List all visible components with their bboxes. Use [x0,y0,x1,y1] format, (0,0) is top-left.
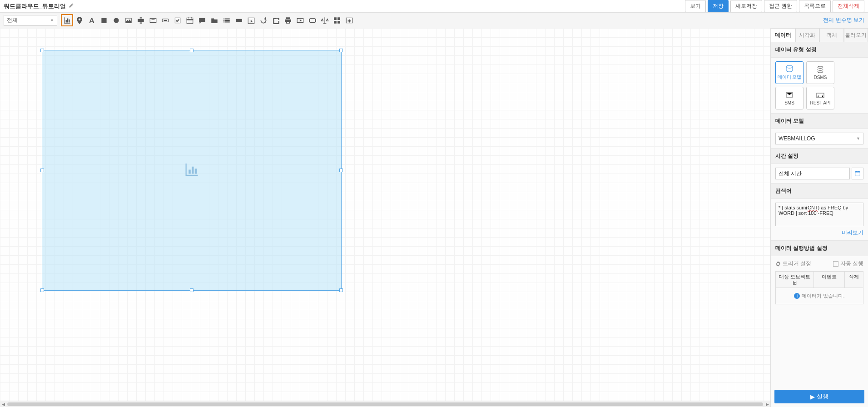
scroll-left-icon[interactable]: ◀ [0,402,6,407]
save-button[interactable]: 저장 [708,0,729,12]
tile-sms[interactable]: SMS [775,87,804,109]
tile-data-model[interactable]: 데이터 모델 [775,61,804,84]
refresh-icon[interactable] [257,14,269,26]
query-input[interactable]: * | stats sum(CNT) as FREQ by WORD | sor… [775,203,863,226]
section-data-type: 데이터 유형 설정 [771,42,868,58]
section-query: 검색어 [771,183,868,199]
toolbar-icons [61,14,355,26]
date-icon[interactable] [184,14,196,26]
tile-rest-api[interactable]: REST API [806,87,834,109]
svg-rect-0 [101,18,106,23]
chevron-down-icon: ▼ [856,136,860,141]
tab-data[interactable]: 데이터 [771,28,795,42]
svg-rect-7 [236,19,242,22]
calendar-icon[interactable] [852,168,863,179]
scroll-right-icon[interactable]: ▶ [764,402,770,407]
section-model: 데이터 모델 [771,113,868,129]
map-pin-icon[interactable] [73,14,85,26]
tag-icon[interactable] [233,14,245,26]
access-button[interactable]: 접근 권한 [764,0,797,12]
square-icon[interactable] [98,14,110,26]
save-as-button[interactable]: 새로저장 [730,0,762,12]
balance-icon[interactable] [318,14,331,26]
run-button[interactable]: ▶ 실행 [774,390,864,403]
svg-rect-6 [187,18,193,23]
svg-point-16 [818,69,823,70]
canvas[interactable]: ◀ ▶ [0,28,770,407]
print-icon[interactable] [282,14,294,26]
svg-rect-2 [150,18,156,22]
video-icon[interactable] [294,14,306,26]
chart-placeholder-icon [184,162,200,179]
delete-all-button[interactable]: 전체삭제 [833,0,864,12]
resize-handle[interactable] [40,49,44,52]
export-icon[interactable] [269,14,282,26]
resize-handle[interactable] [40,169,44,172]
circle-icon[interactable] [110,14,122,26]
model-select[interactable]: WEBMAILLOG ▼ [775,133,863,144]
svg-point-1 [114,18,119,23]
info-icon: i [794,293,800,299]
resize-handle[interactable] [40,288,44,292]
button-icon[interactable] [159,14,171,26]
h-scrollbar[interactable]: ◀ ▶ [0,401,770,407]
add-panel-icon[interactable] [343,14,355,26]
main: ◀ ▶ 데이터 시각화 객체 불러오기 데이터 유형 설정 데이터 모델 [0,28,868,407]
page-title: 워드클라우드_튜토리얼 [4,2,66,10]
slides-icon[interactable] [306,14,318,26]
preview-link[interactable]: 미리보기 [775,229,863,237]
svg-rect-11 [309,19,310,22]
section-exec: 데이터 실행방법 설정 [771,240,868,256]
trigger-settings-link[interactable]: 트리거 설정 [775,260,811,268]
checkbox-icon[interactable] [171,14,184,26]
section-time: 시간 설정 [771,148,868,164]
sidebar-tabs: 데이터 시각화 객체 불러오기 [771,28,868,42]
header-bar: 워드클라우드_튜토리얼 보기 저장 새로저장 접근 권한 목록으로 전체삭제 [0,0,868,13]
input-icon[interactable] [134,14,147,26]
svg-rect-10 [310,18,315,22]
auto-run-toggle[interactable]: 자동 실행 [833,260,863,268]
model-select-value: WEBMAILLOG [779,135,815,142]
checkbox-icon [833,261,838,267]
tab-viz[interactable]: 시각화 [795,28,820,42]
svg-rect-19 [817,93,824,98]
grid-icon[interactable] [331,14,343,26]
svg-rect-4 [164,20,167,20]
calendar-play-icon[interactable] [245,14,257,26]
toolbar-select-label: 전체 [7,16,18,24]
svg-rect-12 [315,19,316,22]
svg-point-14 [786,65,793,68]
svg-point-15 [818,66,823,68]
resize-handle[interactable] [339,49,343,52]
show-all-vars-link[interactable]: 전체 변수명 보기 [823,16,864,24]
edit-title-icon[interactable] [69,3,74,10]
chevron-down-icon: ▼ [50,18,54,23]
tab-import[interactable]: 불러오기 [844,28,868,42]
resize-handle[interactable] [339,169,343,172]
tab-object[interactable]: 객체 [819,28,844,42]
text-icon[interactable] [85,14,98,26]
image-icon[interactable] [122,14,134,26]
chart-icon[interactable] [61,14,73,26]
resize-handle[interactable] [190,288,193,292]
exec-grid-empty: i 데이터가 없습니다. [775,288,863,304]
toolbar-select[interactable]: 전체 ▼ [4,15,57,26]
selected-widget[interactable] [42,50,342,291]
chat-icon[interactable] [196,14,208,26]
time-select[interactable]: 전체 시간 [775,168,850,179]
play-icon: ▶ [810,393,815,400]
svg-point-17 [818,71,823,73]
resize-handle[interactable] [190,49,193,52]
resize-handle[interactable] [339,288,343,292]
textbox-icon[interactable] [147,14,159,26]
scroll-thumb[interactable] [7,402,763,406]
view-button[interactable]: 보기 [685,0,706,12]
tile-dsms[interactable]: DSMS [806,61,834,84]
to-list-button[interactable]: 목록으로 [799,0,831,12]
right-sidebar: 데이터 시각화 객체 불러오기 데이터 유형 설정 데이터 모델 DSMS [770,28,868,407]
toolbar: 전체 ▼ 전체 변수명 보기 [0,13,868,28]
time-select-value: 전체 시간 [779,170,802,178]
list-icon[interactable] [220,14,233,26]
svg-rect-20 [855,172,860,176]
folder-icon[interactable] [208,14,220,26]
